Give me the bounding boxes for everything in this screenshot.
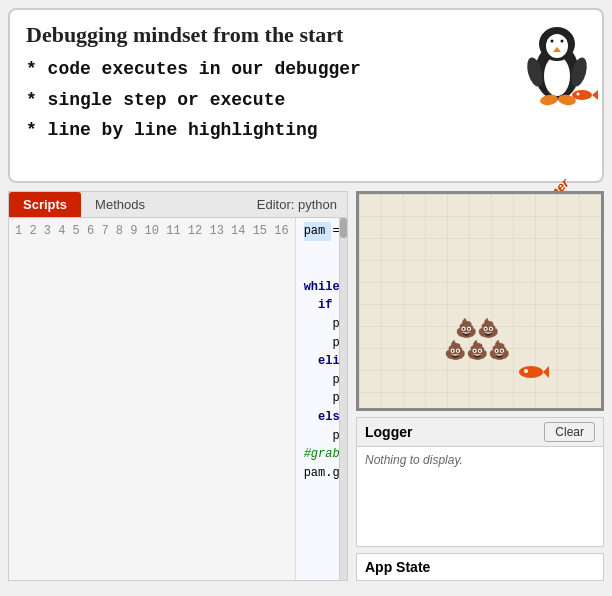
code-content[interactable]: pam = Penguin(9,0) while not pam.isFish(… (296, 218, 339, 580)
svg-point-3 (546, 34, 568, 58)
line-numbers: 1 2 3 4 5 6 7 8 9 10 11 12 13 14 15 16 (9, 218, 296, 580)
bullet-1: code executes in our debugger (26, 54, 586, 85)
main-content: Scripts Methods Editor: python 1 2 3 4 5… (8, 191, 604, 581)
grid-svg: 💩 💩 💩 💩 💩 (359, 194, 601, 408)
svg-point-6 (551, 40, 554, 43)
code-panel: Scripts Methods Editor: python 1 2 3 4 5… (8, 191, 348, 581)
svg-text:💩: 💩 (455, 317, 478, 339)
scroll-indicator[interactable] (339, 218, 347, 580)
penguin-icon (512, 10, 602, 110)
header-bullets: code executes in our debugger single ste… (26, 54, 586, 146)
svg-marker-14 (592, 90, 598, 100)
svg-point-1 (544, 56, 570, 96)
svg-rect-17 (359, 194, 601, 408)
grid-canvas: 💩 💩 💩 💩 💩 (356, 191, 604, 411)
header-title: Debugging mindset from the start (26, 22, 586, 48)
app-state-title: App State (365, 559, 430, 575)
svg-point-23 (519, 366, 543, 378)
svg-text:💩: 💩 (477, 317, 500, 339)
tab-scripts[interactable]: Scripts (9, 192, 81, 217)
svg-point-25 (524, 369, 528, 373)
tab-methods[interactable]: Methods (81, 192, 159, 217)
app-state-panel: App State (356, 553, 604, 581)
bullet-3: line by line highlighting (26, 115, 586, 146)
svg-text:💩: 💩 (444, 339, 467, 361)
header-banner: Debugging mindset from the start code ex… (8, 8, 604, 183)
tab-bar: Scripts Methods Editor: python (9, 192, 347, 218)
logger-content: Nothing to display. (357, 447, 603, 473)
logger-panel: Logger Clear Nothing to display. (356, 417, 604, 547)
svg-text:💩: 💩 (488, 339, 511, 361)
scroll-thumb (340, 218, 347, 238)
svg-point-7 (561, 40, 564, 43)
editor-label: Editor: python (257, 197, 347, 212)
logger-header: Logger Clear (357, 418, 603, 447)
code-editor: 1 2 3 4 5 6 7 8 9 10 11 12 13 14 15 16 p… (9, 218, 347, 580)
logger-title: Logger (365, 424, 544, 440)
svg-point-15 (577, 93, 580, 96)
svg-text:💩: 💩 (466, 339, 489, 361)
clear-button[interactable]: Clear (544, 422, 595, 442)
svg-point-13 (572, 90, 592, 100)
right-panel: 💩 💩 💩 💩 💩 Logger Clear Nothing to displa… (356, 191, 604, 581)
bullet-2: single step or execute (26, 85, 586, 116)
